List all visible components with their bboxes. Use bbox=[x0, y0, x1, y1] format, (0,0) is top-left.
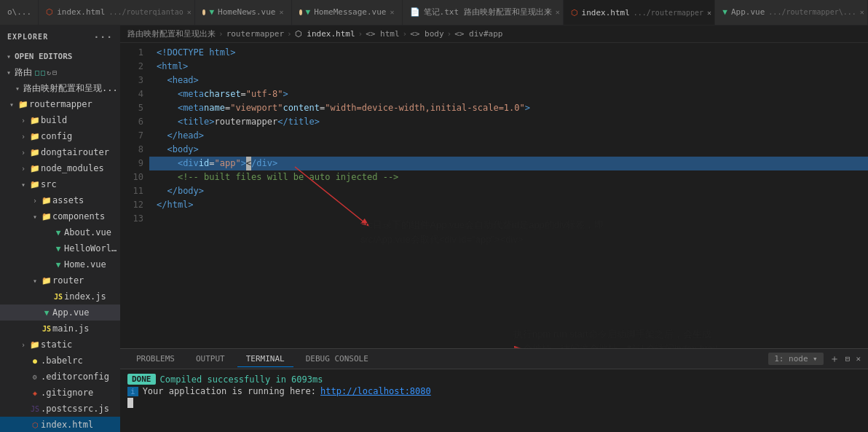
tree-label: Home.vue bbox=[64, 259, 106, 270]
tree-label: App.vue bbox=[52, 307, 90, 318]
folder-icon: 📁 bbox=[41, 196, 52, 205]
code-line-highlighted: <div id="app"></div> bbox=[149, 157, 868, 170]
close-icon[interactable]: ✕ bbox=[187, 8, 192, 16]
sidebar-item-dongtairouter[interactable]: 📁 dongtairouter bbox=[0, 144, 120, 160]
editor-area: 路由映射配置和呈现出来 › routermapper › ⬡ index.htm… bbox=[120, 25, 868, 432]
code-line: <html> bbox=[149, 60, 868, 74]
tree-label: HelloWorld.vue bbox=[64, 243, 120, 254]
explorer-label: EXPLORER bbox=[7, 33, 48, 41]
folder-icon: 📁 bbox=[29, 340, 41, 350]
sidebar-item-config[interactable]: 📁 config bbox=[0, 128, 120, 144]
sidebar-item-app-vue[interactable]: ▼ App.vue bbox=[0, 305, 120, 321]
bottom-panel: PROBLEMS OUTPUT TERMINAL DEBUG CONSOLE 1… bbox=[120, 348, 868, 432]
code-line: </body> bbox=[149, 184, 868, 198]
tab-debug-console[interactable]: DEBUG CONSOLE bbox=[297, 351, 377, 366]
expand-arrow bbox=[6, 101, 17, 109]
terminal-line-url: i Your application is running here: http… bbox=[127, 386, 861, 396]
tab-index-html-1[interactable]: ⬡ index.html .../routerqiantao ✕ bbox=[39, 0, 195, 25]
breadcrumb-item: 路由映射配置和呈现出来 bbox=[127, 28, 216, 39]
terminal-content[interactable]: DONE Compiled successfully in 6093ms i Y… bbox=[120, 369, 868, 432]
tab-label: o\... bbox=[7, 7, 31, 17]
breadcrumb-item: routermapper bbox=[226, 29, 284, 39]
close-icon[interactable]: ✕ bbox=[860, 8, 864, 16]
babel-icon: ● bbox=[29, 357, 41, 365]
expand-arrow bbox=[17, 181, 29, 189]
sidebar: EXPLORER ··· OPEN EDITORS 路由 □ □ ↻ ⊟ bbox=[0, 25, 120, 432]
sidebar-header-icons: ··· bbox=[94, 31, 113, 42]
annotation-2: 执行npm run start命令启动脚手架之后，会生成 一个地址，访问这个地址… bbox=[513, 327, 717, 348]
sidebar-section-open-editors[interactable]: OPEN EDITORS bbox=[0, 48, 120, 64]
cursor bbox=[127, 398, 133, 408]
sidebar-item-editorconfig[interactable]: ⚙ .editorconfig bbox=[0, 369, 120, 385]
sidebar-item-main-js[interactable]: JS main.js bbox=[0, 321, 120, 337]
vue-icon: ▼ bbox=[52, 260, 64, 270]
close-icon[interactable]: ✕ bbox=[390, 8, 394, 16]
tree-label: static bbox=[41, 339, 72, 350]
breadcrumb-item: <> body bbox=[410, 29, 443, 39]
tab-terminal[interactable]: TERMINAL bbox=[237, 351, 293, 367]
vue-icon: ▼ bbox=[52, 244, 64, 254]
panel-right-controls: 1: node ▾ ＋ ⊟ ✕ bbox=[768, 353, 861, 366]
sidebar-item-routermapper[interactable]: 📁 routermapper bbox=[0, 96, 120, 112]
tab-path: .../routermapper bbox=[634, 9, 703, 17]
app-url[interactable]: http://localhost:8080 bbox=[320, 386, 431, 396]
close-icon[interactable]: ✕ bbox=[556, 8, 560, 16]
code-line: <!-- built files will be auto injected -… bbox=[149, 170, 868, 184]
sidebar-section-router[interactable]: 路由 □ □ ↻ ⊟ bbox=[0, 64, 120, 80]
sidebar-item-helloworld[interactable]: ▼ HelloWorld.vue bbox=[0, 240, 120, 256]
tree-label: .babelrc bbox=[41, 356, 83, 366]
tree-label: node_modules bbox=[41, 163, 104, 173]
close-panel-icon[interactable]: ✕ bbox=[856, 354, 861, 364]
tree-label: .editorconfig bbox=[41, 372, 109, 382]
code-line: <title>routermapper</title> bbox=[149, 115, 868, 129]
sidebar-item-components[interactable]: 📁 components bbox=[0, 208, 120, 224]
sidebar-header: EXPLORER ··· bbox=[0, 25, 120, 48]
tab-problems[interactable]: PROBLEMS bbox=[127, 351, 184, 366]
tab-explorer[interactable]: o\... bbox=[0, 0, 39, 25]
code-line: <meta charset="utf-8"> bbox=[149, 87, 868, 101]
html-icon: ⬡ bbox=[29, 421, 41, 429]
js-icon: JS bbox=[41, 325, 52, 333]
tab-label: 笔记.txt 路由映射配置和呈现出来 bbox=[424, 7, 552, 17]
sidebar-item-router[interactable]: 📁 router bbox=[0, 272, 120, 288]
sidebar-item-about[interactable]: ▼ About.vue bbox=[0, 224, 120, 240]
breadcrumb-item-file: ⬡ index.html bbox=[295, 29, 355, 39]
tab-output[interactable]: OUTPUT bbox=[187, 351, 234, 366]
close-icon[interactable]: ✕ bbox=[280, 8, 284, 16]
sidebar-item-assets[interactable]: 📁 assets bbox=[0, 192, 120, 208]
section-label: OPEN EDITORS bbox=[15, 52, 72, 61]
tab-label: index.html bbox=[582, 8, 630, 17]
sidebar-item-postcssrc[interactable]: JS .postcssrc.js bbox=[0, 401, 120, 417]
tab-homenews[interactable]: ▼ HomeNews.vue ✕ bbox=[195, 0, 292, 25]
sidebar-item-index-html[interactable]: ⬡ index.html bbox=[0, 417, 120, 432]
sidebar-item-gitignore[interactable]: ◈ .gitignore bbox=[0, 385, 120, 401]
sidebar-item-babelrc[interactable]: ● .babelrc bbox=[0, 353, 120, 369]
sidebar-item-build[interactable]: 📁 build bbox=[0, 112, 120, 128]
sidebar-item-routermapper-section[interactable]: 路由映射配置和呈现... bbox=[0, 80, 120, 96]
folder-icon: 📁 bbox=[29, 180, 41, 189]
tab-label: HomeMessage.vue bbox=[314, 7, 386, 17]
sidebar-item-index-js[interactable]: JS index.js bbox=[0, 288, 120, 305]
sidebar-item-node-modules[interactable]: 📁 node_modules bbox=[0, 160, 120, 176]
new-file-icon: □ bbox=[35, 68, 39, 76]
code-content[interactable]: <!DOCTYPE html> <html> <head> <meta char… bbox=[149, 43, 868, 348]
breadcrumb-item: <> html bbox=[366, 29, 399, 39]
sidebar-item-static[interactable]: 📁 static bbox=[0, 337, 120, 353]
main-layout: EXPLORER ··· OPEN EDITORS 路由 □ □ ↻ ⊟ bbox=[0, 25, 868, 432]
node-select[interactable]: 1: node ▾ bbox=[768, 353, 824, 365]
sidebar-item-home[interactable]: ▼ Home.vue bbox=[0, 256, 120, 272]
close-icon[interactable]: ✕ bbox=[707, 9, 711, 17]
expand-arrow bbox=[3, 68, 15, 76]
tab-app-vue[interactable]: ▼ App.vue .../routermapper\... ✕ bbox=[715, 0, 868, 25]
add-terminal-icon[interactable]: ＋ bbox=[829, 353, 840, 366]
tree-label: dongtairouter bbox=[41, 147, 109, 157]
tree-label: routermapper bbox=[29, 99, 92, 109]
tab-index-html-2[interactable]: ⬡ index.html .../routermapper ✕ bbox=[564, 0, 716, 25]
section-label: 路由映射配置和呈现... bbox=[23, 82, 118, 95]
tab-homemessage[interactable]: ▼ HomeMessage.vue ✕ bbox=[292, 0, 403, 25]
txt-icon: 📄 bbox=[410, 7, 420, 17]
folder-icon: 📁 bbox=[29, 148, 41, 157]
split-terminal-icon[interactable]: ⊟ bbox=[845, 354, 851, 364]
sidebar-item-src[interactable]: 📁 src bbox=[0, 176, 120, 192]
tab-notes[interactable]: 📄 笔记.txt 路由映射配置和呈现出来 ✕ bbox=[403, 0, 564, 25]
